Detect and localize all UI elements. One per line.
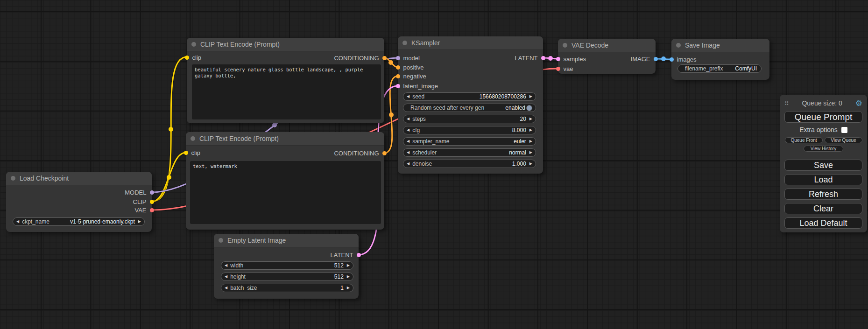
queue-prompt-button[interactable]: Queue Prompt xyxy=(784,111,862,123)
input-port-clip[interactable] xyxy=(184,151,188,155)
increment-arrow-icon[interactable]: ▶ xyxy=(138,220,141,224)
collapse-dot-icon[interactable] xyxy=(11,176,15,181)
output-port-conditioning[interactable] xyxy=(382,56,387,60)
input-port-latent-image[interactable] xyxy=(396,84,400,88)
decrement-arrow-icon[interactable]: ◀ xyxy=(225,264,227,267)
toggle-enabled-icon[interactable] xyxy=(526,105,532,111)
input-port-positive[interactable] xyxy=(396,65,400,70)
output-port-vae[interactable] xyxy=(150,208,154,212)
decrement-arrow-icon[interactable]: ◀ xyxy=(407,140,409,143)
queue-front-button[interactable]: Queue Front xyxy=(785,137,823,143)
link-midpoint-dot xyxy=(169,127,173,132)
node-title-bar[interactable]: Load Checkpoint xyxy=(6,172,152,185)
prompt-textarea[interactable]: beautiful scenery nature glass bottle la… xyxy=(192,64,381,119)
node-empty-latent-image[interactable]: Empty Latent Image LATENT ◀ width 512 ▶ … xyxy=(214,234,359,299)
decrement-arrow-icon[interactable]: ◀ xyxy=(225,275,227,279)
extra-options-checkbox[interactable] xyxy=(841,127,847,133)
widget-value: 8.000 xyxy=(512,127,526,133)
node-title: Load Checkpoint xyxy=(20,175,69,182)
node-title-bar[interactable]: CLIP Text Encode (Prompt) xyxy=(186,132,384,146)
decrement-arrow-icon[interactable]: ◀ xyxy=(407,162,409,166)
node-graph-canvas[interactable]: Load Checkpoint MODEL CLIP VAE ◀ ckpt_na… xyxy=(0,0,868,329)
widget-scheduler[interactable]: ◀ scheduler normal ▶ xyxy=(403,148,536,157)
input-port-images[interactable] xyxy=(670,57,674,62)
load-button[interactable]: Load xyxy=(784,174,862,185)
widget-filename-prefix[interactable]: filename_prefix ComfyUI xyxy=(677,64,762,73)
decrement-arrow-icon[interactable]: ◀ xyxy=(16,220,19,224)
node-title-bar[interactable]: VAE Decode xyxy=(558,39,656,52)
increment-arrow-icon[interactable]: ▶ xyxy=(529,117,532,121)
port-label: IMAGE xyxy=(631,56,650,63)
input-port-negative[interactable] xyxy=(396,74,400,78)
decrement-arrow-icon[interactable]: ◀ xyxy=(225,286,227,290)
increment-arrow-icon[interactable]: ▶ xyxy=(529,162,532,166)
output-port-conditioning[interactable] xyxy=(382,151,387,155)
link-midpoint-dot xyxy=(548,56,553,61)
decrement-arrow-icon[interactable]: ◀ xyxy=(407,117,409,121)
widget-cfg[interactable]: ◀ cfg 8.000 ▶ xyxy=(403,126,536,134)
output-port-model[interactable] xyxy=(150,190,154,195)
node-title: Empty Latent Image xyxy=(227,237,286,244)
load-default-button[interactable]: Load Default xyxy=(784,217,862,229)
increment-arrow-icon[interactable]: ▶ xyxy=(529,95,532,98)
refresh-button[interactable]: Refresh xyxy=(784,189,862,200)
decrement-arrow-icon[interactable]: ◀ xyxy=(407,128,409,132)
increment-arrow-icon[interactable]: ▶ xyxy=(529,140,532,143)
widget-batch-size[interactable]: ◀ batch_size 1 ▶ xyxy=(221,284,353,292)
input-port-model[interactable] xyxy=(396,56,400,60)
node-clip-text-encode-positive[interactable]: CLIP Text Encode (Prompt) clip CONDITION… xyxy=(187,38,384,123)
input-port-vae[interactable] xyxy=(556,67,560,71)
clear-button[interactable]: Clear xyxy=(784,203,862,214)
node-ksampler[interactable]: KSampler model positive negative latent_… xyxy=(398,36,543,174)
prompt-textarea[interactable]: text, watermark xyxy=(190,161,381,224)
view-queue-button[interactable]: View Queue xyxy=(825,137,862,143)
input-port-clip[interactable] xyxy=(185,56,189,60)
widget-value: 1 xyxy=(340,285,344,291)
input-port-samples[interactable] xyxy=(556,57,560,61)
collapse-dot-icon[interactable] xyxy=(563,43,567,48)
node-clip-text-encode-negative[interactable]: CLIP Text Encode (Prompt) clip CONDITION… xyxy=(186,132,384,230)
increment-arrow-icon[interactable]: ▶ xyxy=(529,151,532,154)
increment-arrow-icon[interactable]: ▶ xyxy=(347,275,350,279)
decrement-arrow-icon[interactable]: ◀ xyxy=(407,95,409,98)
widget-width[interactable]: ◀ width 512 ▶ xyxy=(221,261,353,270)
node-title-bar[interactable]: Empty Latent Image xyxy=(214,234,359,247)
collapse-dot-icon[interactable] xyxy=(676,43,681,48)
node-vae-decode[interactable]: VAE Decode samples vae IMAGE xyxy=(558,39,656,74)
collapse-dot-icon[interactable] xyxy=(402,41,407,45)
node-title-bar[interactable]: Save Image xyxy=(671,39,769,52)
widget-denoise[interactable]: ◀ denoise 1.000 ▶ xyxy=(403,160,536,168)
widget-label: width xyxy=(230,262,243,269)
increment-arrow-icon[interactable]: ▶ xyxy=(347,286,350,290)
node-save-image[interactable]: Save Image images filename_prefix ComfyU… xyxy=(671,39,769,80)
view-history-button[interactable]: View History xyxy=(804,146,843,152)
node-load-checkpoint[interactable]: Load Checkpoint MODEL CLIP VAE ◀ ckpt_na… xyxy=(6,172,152,232)
widget-steps[interactable]: ◀ steps 20 ▶ xyxy=(403,115,536,123)
widget-height[interactable]: ◀ height 512 ▶ xyxy=(221,273,353,281)
widget-label: scheduler xyxy=(412,149,437,156)
widget-seed[interactable]: ◀ seed 156680208700286 ▶ xyxy=(403,92,536,101)
widget-random-seed-toggle[interactable]: Random seed after every gen enabled xyxy=(403,104,536,112)
node-title-bar[interactable]: CLIP Text Encode (Prompt) xyxy=(187,38,384,51)
node-title-bar[interactable]: KSampler xyxy=(398,36,543,50)
save-button[interactable]: Save xyxy=(784,160,862,171)
widget-sampler-name[interactable]: ◀ sampler_name euler ▶ xyxy=(403,137,536,146)
collapse-dot-icon[interactable] xyxy=(219,238,223,243)
decrement-arrow-icon[interactable]: ◀ xyxy=(407,151,409,154)
output-port-clip[interactable] xyxy=(150,200,154,204)
extra-options-label: Extra options xyxy=(799,126,838,133)
output-port-latent[interactable] xyxy=(357,253,361,257)
drag-handle-icon[interactable]: ⠿ xyxy=(784,100,789,107)
output-port-image[interactable] xyxy=(654,57,658,61)
increment-arrow-icon[interactable]: ▶ xyxy=(529,128,532,132)
output-port-latent[interactable] xyxy=(541,56,545,60)
widget-value: 156680208700286 xyxy=(480,93,526,100)
collapse-dot-icon[interactable] xyxy=(191,42,196,47)
collapse-dot-icon[interactable] xyxy=(191,136,195,141)
widget-label: denoise xyxy=(412,161,432,167)
increment-arrow-icon[interactable]: ▶ xyxy=(347,264,350,267)
widget-value: 1.000 xyxy=(512,161,526,167)
widget-ckpt-name[interactable]: ◀ ckpt_name v1-5-pruned-emaonly.ckpt ▶ xyxy=(13,217,145,226)
gear-icon[interactable]: ⚙ xyxy=(855,98,862,108)
queue-panel: ⠿ Queue size: 0 ⚙ Queue Prompt Extra opt… xyxy=(780,95,867,232)
